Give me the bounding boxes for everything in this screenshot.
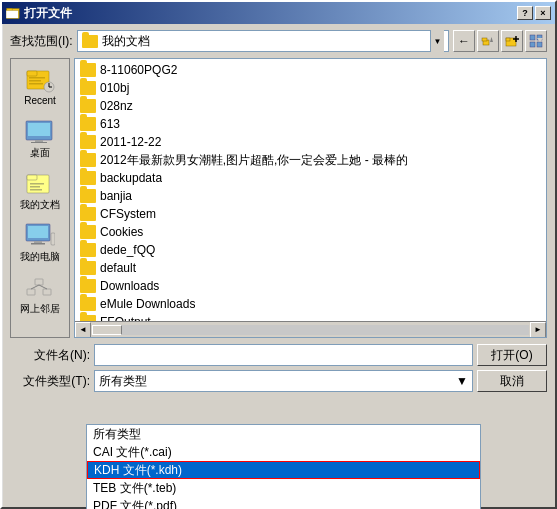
cancel-button[interactable]: 取消 — [477, 370, 547, 392]
desktop-icon — [25, 119, 55, 145]
svg-rect-36 — [43, 289, 51, 295]
up-button[interactable] — [477, 30, 499, 52]
dialog-icon — [6, 6, 20, 20]
file-name: 028nz — [100, 99, 133, 113]
svg-rect-12 — [530, 42, 535, 47]
sidebar-item-recent[interactable]: Recent — [13, 63, 67, 111]
file-name: 8-11060PQG2 — [100, 63, 177, 77]
folder-icon — [80, 63, 96, 77]
sidebar-recent-label: Recent — [24, 95, 56, 107]
list-item[interactable]: dede_fQQ — [77, 241, 544, 259]
back-button[interactable]: ← — [453, 30, 475, 52]
filename-label: 文件名(N): — [10, 347, 90, 364]
views-icon — [529, 34, 543, 48]
filetype-row: 文件类型(T): 所有类型 ▼ 取消 — [10, 370, 547, 392]
sidebar-item-desktop[interactable]: 桌面 — [13, 115, 67, 163]
sidebar-item-mydoc[interactable]: 我的文档 — [13, 167, 67, 215]
svg-rect-4 — [482, 38, 487, 41]
file-name: 2011-12-22 — [100, 135, 161, 149]
folder-icon — [80, 279, 96, 293]
folder-icon — [80, 153, 96, 167]
filetype-value: 所有类型 — [99, 373, 147, 390]
sidebar-item-network[interactable]: 网上邻居 — [13, 271, 67, 319]
list-item[interactable]: 028nz — [77, 97, 544, 115]
lookin-select[interactable]: 我的文档 ▼ — [77, 30, 449, 52]
scroll-right-button[interactable]: ► — [530, 322, 546, 338]
list-item[interactable]: 2011-12-22 — [77, 133, 544, 151]
list-item[interactable]: 010bj — [77, 79, 544, 97]
filetype-select[interactable]: 所有类型 ▼ — [94, 370, 473, 392]
svg-rect-26 — [27, 175, 37, 180]
file-name: Cookies — [100, 225, 143, 239]
list-item[interactable]: CFSystem — [77, 205, 544, 223]
scroll-track — [92, 325, 529, 335]
file-name: eMule Downloads — [100, 297, 195, 311]
folder-icon — [80, 261, 96, 275]
svg-rect-28 — [30, 186, 40, 188]
new-folder-button[interactable] — [501, 30, 523, 52]
folder-icon — [80, 225, 96, 239]
scroll-left-button[interactable]: ◄ — [75, 322, 91, 338]
folder-icon — [80, 81, 96, 95]
list-item[interactable]: eMule Downloads — [77, 295, 544, 313]
list-item[interactable]: 8-11060PQG2 — [77, 61, 544, 79]
svg-rect-18 — [29, 80, 41, 82]
list-item[interactable]: Downloads — [77, 277, 544, 295]
filetype-dropdown-arrow: ▼ — [456, 374, 468, 388]
toolbar-buttons: ← — [453, 30, 547, 52]
network-icon — [25, 275, 55, 301]
file-name: 613 — [100, 117, 120, 131]
views-button[interactable] — [525, 30, 547, 52]
file-name: banjia — [100, 189, 132, 203]
folder-icon — [82, 35, 98, 48]
lookin-label: 查找范围(I): — [10, 33, 73, 50]
folder-icon — [80, 207, 96, 221]
svg-rect-10 — [530, 35, 535, 40]
svg-line-39 — [39, 285, 47, 289]
list-item[interactable]: banjia — [77, 187, 544, 205]
dropdown-option[interactable]: CAI 文件(*.cai) — [87, 443, 480, 461]
folder-icon — [80, 135, 96, 149]
svg-rect-33 — [31, 243, 45, 245]
file-name: Downloads — [100, 279, 159, 293]
list-item[interactable]: 2012年最新款男女潮鞋,图片超酷,你一定会爱上她 - 最棒的 — [77, 151, 544, 169]
close-button[interactable]: × — [535, 6, 551, 20]
list-item[interactable]: backupdata — [77, 169, 544, 187]
dropdown-option[interactable]: PDF 文件(*.pdf) — [87, 497, 480, 509]
horizontal-scrollbar[interactable]: ◄ ► — [75, 321, 546, 337]
svg-rect-16 — [27, 71, 37, 76]
folder-icon — [80, 297, 96, 311]
titlebar-buttons: ? × — [517, 6, 551, 20]
dropdown-option[interactable]: TEB 文件(*.teb) — [87, 479, 480, 497]
lookin-dropdown-arrow[interactable]: ▼ — [430, 30, 444, 52]
open-button[interactable]: 打开(O) — [477, 344, 547, 366]
scroll-thumb[interactable] — [92, 325, 122, 335]
help-button[interactable]: ? — [517, 6, 533, 20]
svg-line-38 — [31, 285, 39, 289]
sidebar-desktop-label: 桌面 — [30, 147, 50, 159]
list-item[interactable]: default — [77, 259, 544, 277]
filename-input[interactable] — [94, 344, 473, 366]
list-item[interactable]: 613 — [77, 115, 544, 133]
list-item[interactable]: Cookies — [77, 223, 544, 241]
folder-icon — [80, 117, 96, 131]
dropdown-option[interactable]: 所有类型 — [87, 425, 480, 443]
svg-rect-7 — [506, 38, 510, 41]
dropdown-option[interactable]: KDH 文件(*.kdh) — [87, 461, 480, 479]
file-name: 010bj — [100, 81, 129, 95]
titlebar-text: 打开文件 — [24, 5, 72, 22]
svg-rect-19 — [29, 83, 43, 85]
list-item[interactable]: FFOutput — [77, 313, 544, 321]
svg-marker-5 — [490, 37, 493, 42]
sidebar-item-mycomp[interactable]: 我的电脑 — [13, 219, 67, 267]
svg-rect-2 — [6, 10, 18, 18]
bottom-fields: 文件名(N): 打开(O) 文件类型(T): 所有类型 ▼ 取消 — [10, 344, 547, 392]
folder-icon — [80, 243, 96, 257]
file-list[interactable]: 8-11060PQG2010bj028nz6132011-12-222012年最… — [75, 59, 546, 321]
svg-rect-13 — [537, 42, 542, 47]
folder-icon — [80, 189, 96, 203]
file-name: backupdata — [100, 171, 162, 185]
recent-icon — [25, 67, 55, 93]
svg-rect-31 — [28, 226, 48, 238]
file-name: default — [100, 261, 136, 275]
